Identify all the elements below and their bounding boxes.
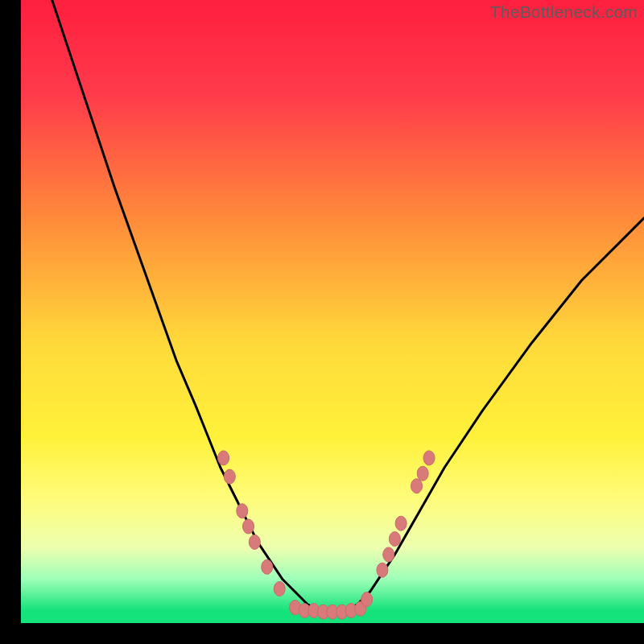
- data-marker: [395, 516, 407, 530]
- data-marker: [218, 451, 229, 465]
- data-marker: [243, 519, 254, 534]
- data-marker: [417, 466, 428, 481]
- data-marker: [389, 532, 400, 547]
- chart-stage: TheBottleneck.com: [0, 0, 644, 644]
- data-marker: [237, 504, 248, 518]
- data-marker: [423, 451, 435, 465]
- data-marker: [411, 479, 423, 493]
- data-markers: [218, 451, 435, 619]
- data-marker: [274, 581, 285, 596]
- data-marker: [361, 592, 373, 607]
- plot-area: [21, 0, 644, 623]
- data-marker: [249, 535, 260, 549]
- data-marker: [224, 469, 235, 484]
- data-marker: [377, 563, 388, 577]
- bottleneck-curve: [52, 0, 644, 611]
- data-marker: [262, 559, 273, 574]
- curve-layer: [21, 0, 644, 623]
- data-marker: [383, 547, 394, 562]
- curve-path: [52, 0, 644, 611]
- watermark-text: TheBottleneck.com: [490, 2, 638, 22]
